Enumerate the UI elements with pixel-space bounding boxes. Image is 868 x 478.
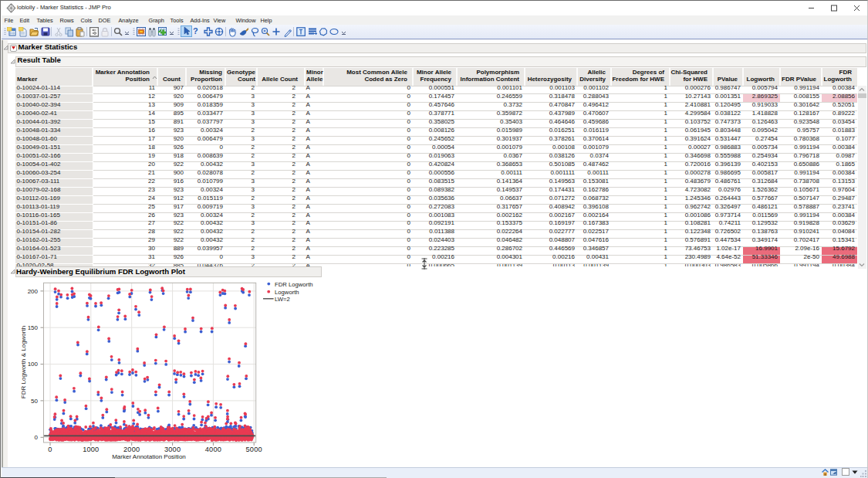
svg-text:0: 0 xyxy=(48,446,52,453)
svg-text:Marker Annotation Position: Marker Annotation Position xyxy=(112,453,186,460)
svg-text:4000: 4000 xyxy=(205,446,221,453)
svg-text:3000: 3000 xyxy=(164,446,181,453)
svg-text:1000: 1000 xyxy=(83,446,99,453)
svg-text:Logworth: Logworth xyxy=(275,289,299,296)
svg-text:5000: 5000 xyxy=(246,446,262,453)
svg-text:FDR Logworth & Logworth: FDR Logworth & Logworth xyxy=(20,326,27,398)
svg-text:200: 200 xyxy=(28,288,39,295)
svg-text:150: 150 xyxy=(28,324,39,331)
svg-text:LW=2: LW=2 xyxy=(275,296,290,303)
svg-text:2000: 2000 xyxy=(123,446,140,453)
svg-text:FDR Logworth: FDR Logworth xyxy=(275,281,313,288)
svg-text:0: 0 xyxy=(35,434,39,441)
svg-text:100: 100 xyxy=(28,361,39,368)
svg-text:50: 50 xyxy=(31,398,38,405)
